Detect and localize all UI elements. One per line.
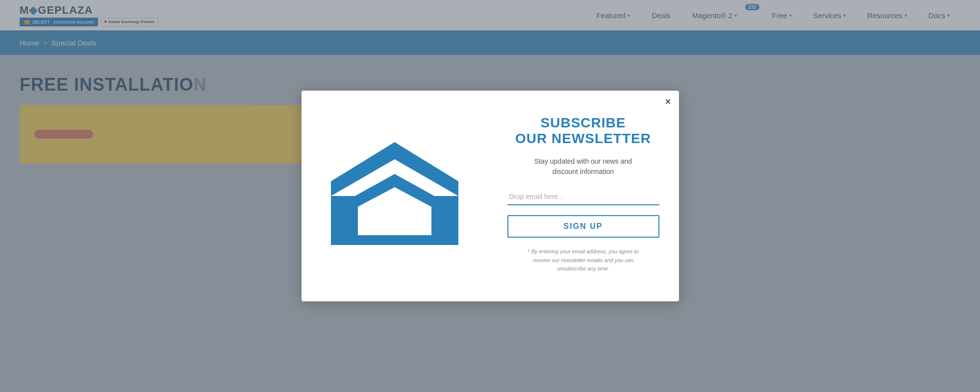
modal-title-line1: SUBSCRIBE	[541, 115, 626, 131]
svg-rect-6	[331, 235, 458, 245]
close-button[interactable]: ×	[665, 97, 671, 106]
mageplaza-logo-icon	[321, 132, 468, 260]
modal-disclaimer: * By entering your email address, you ag…	[528, 247, 638, 273]
modal-form-area: SUBSCRIBE OUR NEWSLETTER Stay updated wi…	[488, 91, 679, 301]
email-input[interactable]	[507, 189, 659, 205]
modal-title-line2: OUR NEWSLETTER	[515, 131, 651, 147]
signup-button[interactable]: SIGN UP	[507, 215, 659, 238]
modal-description: Stay updated with our news anddiscount i…	[534, 156, 632, 177]
modal-overlay[interactable]: × SUBSCRIBE OUR NEWSLETTER	[0, 0, 980, 392]
subscribe-modal: × SUBSCRIBE OUR NEWSLETTER	[302, 91, 679, 301]
modal-logo-area	[302, 91, 488, 301]
